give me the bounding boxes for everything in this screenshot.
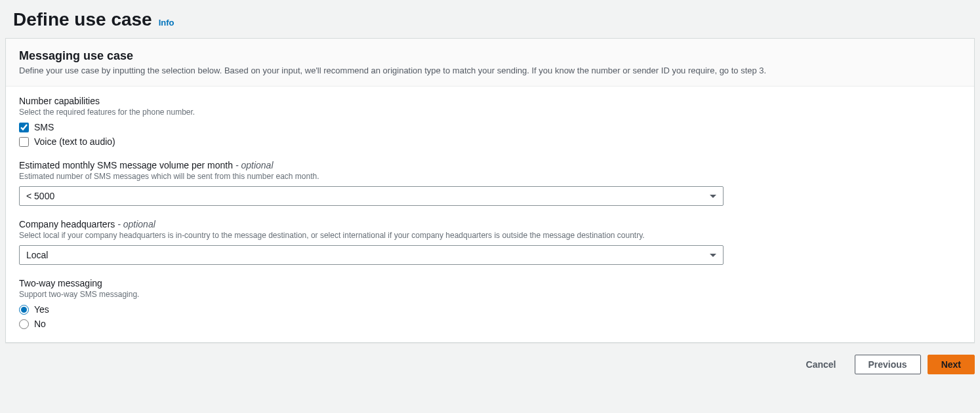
voice-checkbox-label[interactable]: Voice (text to audio) xyxy=(34,136,115,147)
page-header: Define use case Info xyxy=(5,5,975,38)
two-way-no-label[interactable]: No xyxy=(34,319,46,329)
panel-title: Messaging use case xyxy=(19,49,961,63)
volume-label-text: Estimated monthly SMS message volume per… xyxy=(19,160,233,170)
headquarters-group: Company headquarters - optional Select l… xyxy=(19,219,961,265)
sms-checkbox[interactable] xyxy=(19,123,29,132)
two-way-label: Two-way messaging xyxy=(19,278,961,288)
next-button[interactable]: Next xyxy=(928,355,975,374)
headquarters-label: Company headquarters - optional xyxy=(19,219,961,229)
number-capabilities-label: Number capabilities xyxy=(19,96,961,106)
panel-header: Messaging use case Define your use case … xyxy=(6,39,974,87)
headquarters-optional: - optional xyxy=(117,219,155,229)
two-way-group: Two-way messaging Support two-way SMS me… xyxy=(19,278,961,329)
sms-checkbox-label[interactable]: SMS xyxy=(34,122,54,132)
page-title: Define use case xyxy=(13,9,152,30)
info-link[interactable]: Info xyxy=(159,18,174,28)
number-capabilities-group: Number capabilities Select the required … xyxy=(19,96,961,147)
volume-select[interactable]: < 5000 xyxy=(19,186,724,206)
messaging-use-case-panel: Messaging use case Define your use case … xyxy=(5,38,975,343)
number-capabilities-hint: Select the required features for the pho… xyxy=(19,108,961,117)
volume-group: Estimated monthly SMS message volume per… xyxy=(19,160,961,206)
volume-label: Estimated monthly SMS message volume per… xyxy=(19,160,961,170)
headquarters-hint: Select local if your company headquarter… xyxy=(19,231,961,240)
two-way-no-radio[interactable] xyxy=(19,319,29,329)
voice-checkbox[interactable] xyxy=(19,137,29,147)
cancel-button[interactable]: Cancel xyxy=(794,355,848,374)
two-way-hint: Support two-way SMS messaging. xyxy=(19,290,961,299)
volume-optional: - optional xyxy=(235,160,274,170)
headquarters-label-text: Company headquarters xyxy=(19,219,115,229)
volume-hint: Estimated number of SMS messages which w… xyxy=(19,172,961,181)
previous-button[interactable]: Previous xyxy=(855,355,921,374)
two-way-yes-radio[interactable] xyxy=(19,305,29,315)
two-way-yes-label[interactable]: Yes xyxy=(34,304,49,315)
footer-actions: Cancel Previous Next xyxy=(5,343,975,374)
headquarters-select[interactable]: Local xyxy=(19,245,724,265)
panel-description: Define your use case by inputting the se… xyxy=(19,66,961,75)
